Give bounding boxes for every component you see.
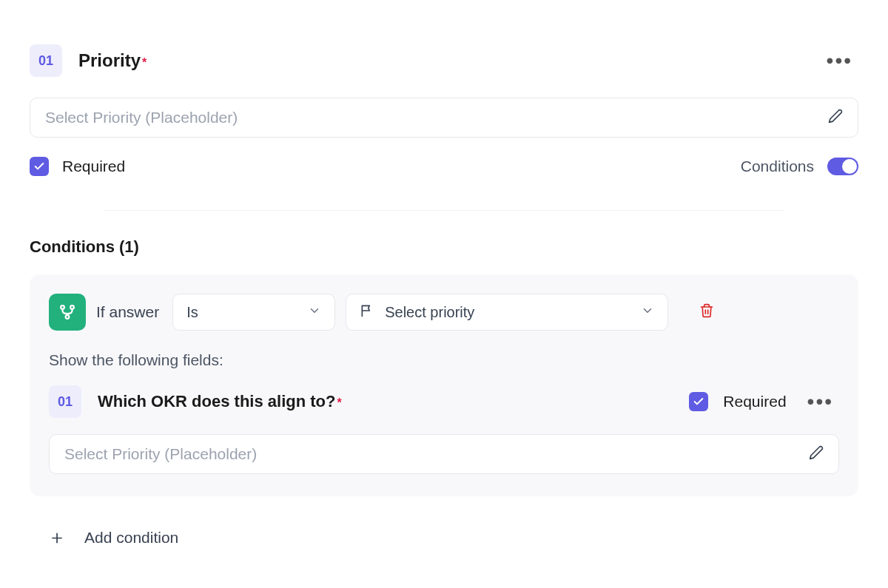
required-checkbox[interactable] bbox=[30, 157, 49, 176]
delete-condition-button[interactable] bbox=[693, 297, 720, 327]
required-checkbox-row: Required bbox=[30, 157, 125, 176]
chevron-down-icon bbox=[641, 304, 654, 320]
condition-card: If answer Is Select priority bbox=[30, 274, 858, 496]
add-condition-label: Add condition bbox=[84, 529, 178, 547]
condition-rule-row: If answer Is Select priority bbox=[49, 294, 839, 331]
operator-select[interactable]: Is bbox=[172, 294, 335, 331]
nested-required-checkbox[interactable] bbox=[689, 392, 708, 411]
nested-field-title: Which OKR does this align to? bbox=[98, 392, 335, 410]
priority-placeholder-text: Select Priority (Placeholder) bbox=[45, 109, 238, 126]
required-star-icon: * bbox=[337, 396, 341, 409]
show-fields-label: Show the following fields: bbox=[49, 351, 839, 369]
add-condition-button[interactable]: ＋ Add condition bbox=[30, 520, 858, 555]
if-answer-label: If answer bbox=[96, 303, 159, 321]
edit-icon[interactable] bbox=[809, 445, 824, 463]
nested-field-right: Required ••• bbox=[689, 388, 839, 415]
nested-field-number-badge: 01 bbox=[49, 385, 81, 418]
nested-placeholder-input[interactable]: Select Priority (Placeholder) bbox=[49, 434, 839, 474]
section-divider bbox=[104, 210, 784, 211]
plus-icon: ＋ bbox=[47, 524, 67, 550]
priority-placeholder-input[interactable]: Select Priority (Placeholder) bbox=[30, 98, 858, 138]
conditions-toggle-label: Conditions bbox=[741, 158, 814, 175]
nested-field-left: 01 Which OKR does this align to?* bbox=[49, 385, 342, 418]
conditions-toggle-row: Conditions bbox=[741, 158, 858, 175]
edit-icon[interactable] bbox=[828, 109, 843, 126]
flag-icon bbox=[360, 303, 374, 321]
required-label: Required bbox=[62, 158, 125, 175]
value-placeholder: Select priority bbox=[385, 304, 630, 321]
field-title: Priority bbox=[78, 50, 141, 70]
nested-more-options-icon[interactable]: ••• bbox=[801, 388, 839, 415]
field-options-row: Required Conditions bbox=[30, 157, 858, 176]
chevron-down-icon bbox=[308, 304, 321, 320]
value-select[interactable]: Select priority bbox=[346, 294, 668, 331]
conditions-heading: Conditions (1) bbox=[30, 237, 858, 257]
field-header: 01 Priority* ••• bbox=[30, 44, 858, 77]
branch-icon bbox=[49, 294, 86, 331]
more-options-icon[interactable]: ••• bbox=[821, 47, 858, 74]
required-star-icon: * bbox=[142, 56, 147, 69]
nested-required-label: Required bbox=[723, 393, 786, 410]
field-number-badge: 01 bbox=[30, 44, 62, 77]
nested-field-title-wrap: Which OKR does this align to?* bbox=[98, 392, 342, 411]
operator-value: Is bbox=[186, 304, 198, 321]
field-header-left: 01 Priority* bbox=[30, 44, 147, 77]
nested-field-header: 01 Which OKR does this align to?* Requir… bbox=[49, 385, 839, 418]
field-title-wrap: Priority* bbox=[78, 50, 147, 71]
toggle-knob bbox=[842, 159, 857, 174]
conditions-toggle[interactable] bbox=[827, 158, 858, 175]
nested-placeholder-text: Select Priority (Placeholder) bbox=[64, 445, 257, 463]
